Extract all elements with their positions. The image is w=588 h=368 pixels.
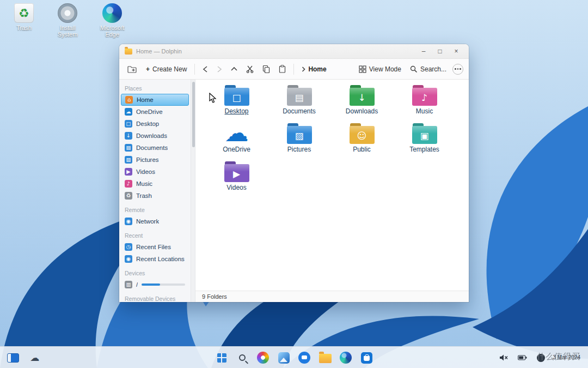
- breadcrumb[interactable]: Home: [299, 63, 329, 75]
- places-panel: Places ⌂ Home ☁ OneDrive □ Desktop ↓ Dow…: [119, 80, 191, 302]
- folder-item-pictures[interactable]: ▨ Pictures: [268, 123, 330, 160]
- photos-icon: [278, 352, 290, 364]
- search-button[interactable]: Search...: [407, 63, 449, 75]
- folder-label: OneDrive: [223, 146, 250, 153]
- folder-item-videos[interactable]: ▶ Videos: [205, 161, 268, 198]
- panel-toggle-button[interactable]: [7, 351, 20, 364]
- public-emblem: ☺: [350, 128, 375, 144]
- copy-button[interactable]: [260, 63, 273, 75]
- templates-emblem: ▣: [412, 128, 437, 144]
- recycle-glyph: ♻: [19, 7, 29, 20]
- overflow-menu-button[interactable]: [452, 64, 463, 75]
- section-header-removable-devices: Removable Devices: [125, 295, 191, 302]
- launcher-button[interactable]: [256, 351, 270, 364]
- file-manager-button[interactable]: [318, 351, 332, 364]
- folder-icon: □: [224, 85, 249, 106]
- pictures-folder-icon: ▨: [125, 156, 132, 164]
- sidebar-item-onedrive[interactable]: ☁ OneDrive: [119, 106, 191, 118]
- cloud-emblem: ☁: [224, 121, 249, 144]
- window-folder-icon: [125, 49, 132, 55]
- desktop-icon-install-system[interactable]: Install System: [50, 3, 85, 38]
- breadcrumb-home[interactable]: Home: [308, 65, 326, 73]
- folder-item-desktop[interactable]: □ Desktop: [205, 85, 268, 122]
- home-icon: ⌂: [125, 96, 133, 104]
- sidebar-item-recent-locations[interactable]: ◉ Recent Locations: [119, 253, 191, 265]
- folder-item-onedrive[interactable]: ☁ OneDrive: [205, 123, 268, 160]
- sidebar-item-label: Network: [136, 218, 159, 225]
- folder-item-public[interactable]: ☺ Public: [330, 123, 393, 160]
- sidebar-item-network[interactable]: ◉ Network: [119, 215, 191, 227]
- section-header-devices: Devices: [125, 270, 191, 276]
- paste-button[interactable]: [276, 63, 289, 75]
- sidebar-item-pictures[interactable]: ▨ Pictures: [119, 154, 191, 166]
- desktop-icon-label: Install System: [50, 25, 85, 38]
- volume-mute-button[interactable]: [497, 351, 510, 364]
- network-icon: ◉: [125, 218, 132, 225]
- folder-label: Downloads: [346, 107, 378, 115]
- view-mode-label: View Mode: [369, 65, 401, 73]
- sidebar-item-music[interactable]: ♪ Music: [119, 178, 191, 190]
- pinwheel-icon: [257, 352, 269, 364]
- cloud-sync-button[interactable]: ☁: [28, 351, 41, 364]
- sidebar-item-desktop[interactable]: □ Desktop: [119, 118, 191, 130]
- battery-button[interactable]: [516, 351, 529, 364]
- taskbar: ☁: [0, 346, 588, 368]
- chevron-right-icon: [302, 67, 305, 72]
- folder-item-documents[interactable]: ▤ Documents: [268, 85, 330, 122]
- sidebar-item-root-device[interactable]: ▥ /: [119, 279, 191, 291]
- up-button[interactable]: [228, 64, 240, 74]
- sidebar-item-documents[interactable]: ▤ Documents: [119, 142, 191, 154]
- photos-app-button[interactable]: [277, 351, 290, 364]
- videos-folder-icon: ▶: [125, 168, 132, 176]
- view-mode-button[interactable]: View Mode: [356, 63, 404, 75]
- sidebar-item-recent-files[interactable]: ◷ Recent Files: [119, 241, 191, 253]
- sidebar-scrollbar[interactable]: [191, 80, 195, 302]
- folder-item-downloads[interactable]: ↓ Downloads: [330, 85, 393, 122]
- forward-button[interactable]: [214, 64, 225, 75]
- close-button[interactable]: ×: [448, 45, 464, 57]
- sidebar-item-label: OneDrive: [136, 108, 163, 115]
- folder-icon: ▣: [412, 123, 437, 144]
- scrollbar-thumb[interactable]: [192, 82, 195, 147]
- start-button[interactable]: [215, 351, 228, 364]
- section-header-remote: Remote: [125, 207, 191, 213]
- scissors-icon: [246, 65, 254, 73]
- folder-label: Desktop: [224, 107, 248, 115]
- desktop-icon-label: Microsoft Edge: [95, 25, 130, 38]
- edge-icon: [340, 352, 352, 364]
- desktop-emblem: □: [224, 89, 249, 106]
- start-icon: [217, 353, 226, 363]
- desktop-icon-label: Trash: [7, 25, 41, 31]
- messages-app-button[interactable]: [298, 351, 311, 364]
- sidebar-item-label: Pictures: [136, 156, 159, 163]
- taskbar-search-button[interactable]: [236, 351, 249, 364]
- titlebar[interactable]: Home — Dolphin – □ ×: [119, 44, 469, 59]
- folder-item-music[interactable]: ♪ Music: [393, 85, 456, 122]
- search-icon: [410, 65, 418, 73]
- desktop-icon-trash[interactable]: ♻ Trash: [7, 3, 41, 31]
- maximize-button[interactable]: □: [432, 45, 448, 57]
- sidebar-item-videos[interactable]: ▶ Videos: [119, 166, 191, 178]
- sidebar-item-trash[interactable]: ♻ Trash: [119, 190, 191, 202]
- sidebar-item-label: Desktop: [136, 120, 159, 127]
- section-header-places: Places: [125, 85, 191, 92]
- app-store-button[interactable]: [360, 351, 373, 364]
- sidebar-item-downloads[interactable]: ↓ Downloads: [119, 130, 191, 142]
- back-button[interactable]: [200, 64, 211, 75]
- folder-item-templates[interactable]: ▣ Templates: [393, 123, 456, 160]
- sidebar-item-home[interactable]: ⌂ Home: [121, 94, 189, 106]
- desktop-icon-microsoft-edge[interactable]: Microsoft Edge: [95, 3, 130, 38]
- icon-grid: □ Desktop ▤ Documents: [195, 80, 469, 291]
- window-body: Places ⌂ Home ☁ OneDrive □ Desktop ↓ Dow…: [119, 80, 469, 302]
- sidebar-item-label: Recent Files: [136, 244, 171, 250]
- back-icon: [203, 66, 208, 73]
- recent-files-icon: ◷: [125, 243, 132, 251]
- folder-icon: [319, 354, 332, 363]
- create-new-button[interactable]: + Create New: [143, 63, 189, 75]
- minimize-button[interactable]: –: [415, 45, 432, 57]
- cut-button[interactable]: [243, 63, 256, 75]
- trash-bin-icon: ♻: [125, 192, 132, 200]
- new-folder-button[interactable]: [125, 63, 140, 75]
- onedrive-icon: ☁: [125, 108, 132, 116]
- edge-browser-button[interactable]: [339, 351, 352, 364]
